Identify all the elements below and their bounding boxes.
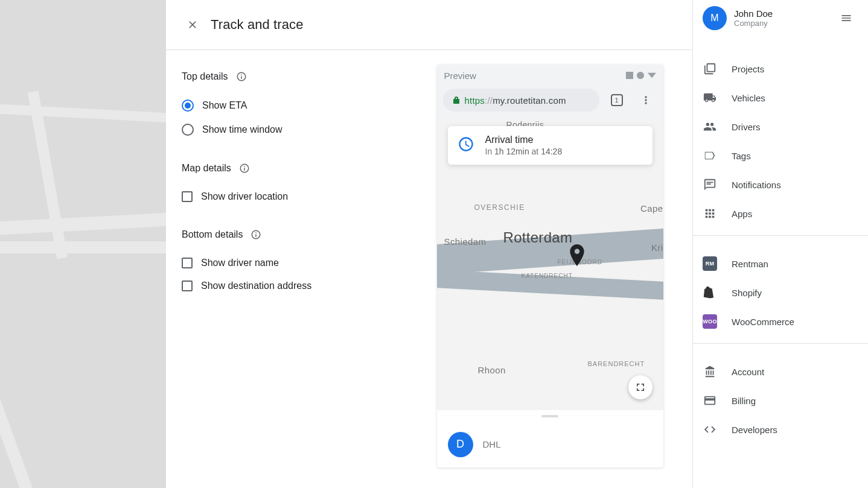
option-label: Show driver location (201, 191, 288, 202)
top-details-title: Top details (182, 71, 228, 82)
top-details-info-button[interactable] (234, 69, 249, 84)
sidebar-item-tags[interactable]: Tags (693, 141, 868, 170)
sidebar-item-developers[interactable]: Developers (693, 415, 868, 444)
sidebar-item-rentman[interactable]: RMRentman (693, 249, 868, 278)
sidebar-item-notifications[interactable]: Notifications (693, 170, 868, 199)
user-avatar[interactable]: M (703, 6, 727, 30)
fullscreen-icon (635, 382, 646, 393)
info-icon (251, 229, 261, 240)
option-show-driver-location[interactable]: Show driver location (182, 186, 403, 207)
sidebar-item-drivers[interactable]: Drivers (693, 112, 868, 141)
url-protocol: https (465, 95, 485, 106)
tabs-button[interactable]: 1 (605, 89, 628, 112)
checkbox-unchecked-icon (182, 258, 193, 268)
map-city-label: Rotterdam (503, 229, 573, 246)
map-label: KATENDRECHT (522, 273, 573, 279)
sidebar-item-projects[interactable]: Projects (693, 54, 868, 83)
info-icon (239, 163, 250, 174)
track-and-trace-panel: Track and trace Top details Show ETA (166, 0, 692, 488)
driver-avatar: D (448, 432, 473, 457)
option-label: Show ETA (202, 100, 247, 111)
map-details-title: Map details (182, 163, 231, 174)
sidebar-item-vehicles[interactable]: Vehicles (693, 83, 868, 112)
sidebar-item-label: Apps (732, 209, 752, 219)
sidebar-item-label: Account (732, 367, 764, 377)
account-icon (703, 364, 717, 379)
checkbox-unchecked-icon (182, 280, 193, 291)
sidebar-item-label: Notifications (732, 180, 781, 190)
menu-icon (840, 12, 852, 24)
sidebar-item-label: Tags (732, 151, 751, 161)
panel-title: Track and trace (211, 17, 304, 33)
lock-icon (453, 96, 460, 104)
bottom-details-info-button[interactable] (249, 227, 263, 242)
map-label: OVERSCHIE (474, 203, 525, 212)
shopify-icon (703, 285, 717, 300)
user-company: Company (734, 19, 773, 28)
radio-unchecked-icon (182, 124, 194, 136)
user-name: John Doe (734, 8, 773, 19)
arrival-subtitle: In 1h 12min at 14:28 (485, 147, 563, 156)
preview-label: Preview (444, 71, 476, 81)
option-show-time-window[interactable]: Show time window (182, 119, 403, 141)
info-icon (236, 71, 247, 82)
browser-menu-button[interactable] (634, 89, 657, 112)
brand-icon: WOO (703, 314, 717, 329)
map-label: Cape (640, 203, 663, 214)
preview-device: Preview https://my.routetitan.com 1 (437, 65, 663, 467)
projects-icon (703, 62, 717, 76)
map-marker-icon (569, 244, 585, 266)
sidebar-item-label: Billing (732, 396, 756, 406)
tags-icon (703, 148, 717, 163)
svg-rect-0 (626, 72, 633, 79)
sidebar-item-woocommerce[interactable]: WOOWooCommerce (693, 307, 868, 336)
hamburger-button[interactable] (834, 6, 858, 30)
vehicles-icon (703, 90, 717, 105)
radio-selected-icon (182, 100, 194, 112)
sidebar: M John Doe Company ProjectsVehiclesDrive… (692, 0, 868, 488)
sidebar-item-label: Drivers (732, 122, 761, 132)
chevron-down-icon (648, 71, 656, 80)
map-label: Rhoon (478, 365, 506, 375)
drivers-icon (703, 119, 717, 134)
preview-map[interactable]: Rodenrijs OVERSCHIE Schiedam Rotterdam F… (437, 119, 663, 410)
expand-button[interactable] (628, 375, 653, 399)
sidebar-item-account[interactable]: Account (693, 357, 868, 386)
sidebar-item-label: Vehicles (732, 93, 765, 103)
map-label: Schiedam (444, 236, 487, 247)
apps-icon (703, 206, 717, 221)
brand-icon: RM (703, 256, 717, 271)
sidebar-item-label: WooCommerce (732, 317, 794, 327)
sidebar-item-label: Rentman (732, 259, 768, 269)
checkbox-unchecked-icon (182, 191, 193, 202)
drag-handle-icon[interactable] (541, 415, 558, 417)
dots-vertical-icon (640, 94, 652, 106)
sidebar-item-label: Shopify (732, 288, 762, 298)
driver-label: DHL (483, 439, 501, 449)
map-label: Kri (651, 242, 663, 253)
sidebar-item-billing[interactable]: Billing (693, 386, 868, 415)
sidebar-item-label: Developers (732, 425, 777, 435)
url-bar[interactable]: https://my.routetitan.com (443, 89, 599, 112)
arrival-card: Arrival time In 1h 12min at 14:28 (448, 126, 653, 165)
notifications-icon (703, 177, 717, 192)
svg-point-1 (637, 72, 644, 79)
clock-icon (458, 136, 474, 155)
map-label: BARENDRECHT (588, 360, 645, 367)
bottom-details-title: Bottom details (182, 229, 243, 240)
close-button[interactable] (180, 13, 205, 37)
sidebar-item-apps[interactable]: Apps (693, 199, 868, 228)
preview-bottom-sheet[interactable]: D DHL (437, 410, 663, 467)
close-icon (187, 19, 199, 31)
sidebar-item-shopify[interactable]: Shopify (693, 278, 868, 307)
map-details-info-button[interactable] (237, 161, 252, 176)
option-show-eta[interactable]: Show ETA (182, 95, 403, 116)
option-show-driver-name[interactable]: Show driver name (182, 253, 403, 273)
option-label: Show time window (202, 124, 282, 135)
circle-icon (637, 72, 644, 79)
stop-icon (626, 72, 633, 79)
url-host: my.routetitan.com (493, 95, 566, 106)
billing-icon (703, 393, 717, 408)
option-show-destination-address[interactable]: Show destination address (182, 276, 403, 296)
option-label: Show driver name (201, 258, 279, 268)
